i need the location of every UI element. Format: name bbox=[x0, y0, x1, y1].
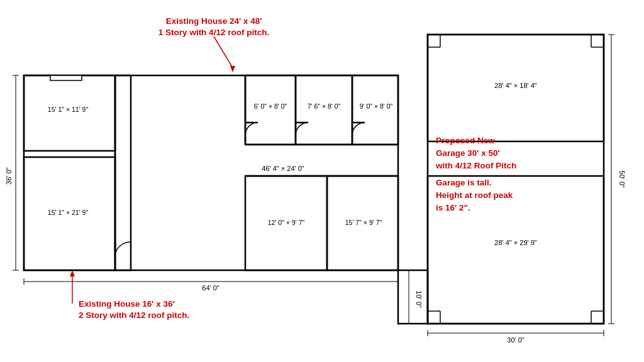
svg-text:15' 7" × 9' 7": 15' 7" × 9' 7" bbox=[345, 219, 382, 226]
svg-text:10' 0": 10' 0" bbox=[415, 290, 423, 308]
svg-rect-1 bbox=[24, 75, 115, 151]
svg-rect-18 bbox=[50, 75, 82, 80]
svg-marker-63 bbox=[230, 66, 235, 72]
svg-text:6' 0" × 8' 0": 6' 0" × 8' 0" bbox=[254, 102, 287, 110]
svg-text:Existing House 24' x 48': Existing House 24' x 48' bbox=[166, 16, 262, 26]
svg-text:with 4/12 Roof Pitch: with 4/12 Roof Pitch bbox=[435, 161, 516, 170]
floor-plan-diagram: .wall { stroke: #000; stroke-width: 2.5;… bbox=[0, 0, 644, 362]
svg-text:is 16' 2".: is 16' 2". bbox=[436, 203, 470, 212]
svg-text:15' 1" × 21' 9": 15' 1" × 21' 9" bbox=[48, 209, 89, 216]
svg-text:Existing House 16' x 36': Existing House 16' x 36' bbox=[79, 299, 175, 309]
svg-rect-9 bbox=[352, 75, 398, 145]
svg-text:Garage is tall.: Garage is tall. bbox=[436, 178, 492, 187]
svg-text:64' 0": 64' 0" bbox=[202, 284, 219, 292]
svg-text:Proposed New: Proposed New bbox=[436, 136, 495, 145]
svg-text:1 Story with 4/12 roof pitch.: 1 Story with 4/12 roof pitch. bbox=[158, 28, 269, 37]
svg-text:46' 4" × 24' 0": 46' 4" × 24' 0" bbox=[262, 165, 304, 172]
svg-text:Garage 30' x 50': Garage 30' x 50' bbox=[436, 148, 500, 158]
svg-text:28' 4" × 18' 4": 28' 4" × 18' 4" bbox=[494, 82, 536, 89]
svg-rect-8 bbox=[296, 75, 352, 145]
svg-text:50' 0": 50' 0" bbox=[618, 170, 626, 188]
svg-text:15' 1" × 11' 9": 15' 1" × 11' 9" bbox=[48, 106, 89, 113]
svg-marker-67 bbox=[70, 270, 75, 277]
svg-text:30' 0": 30' 0" bbox=[507, 336, 525, 344]
svg-text:28' 4" × 29' 9": 28' 4" × 29' 9" bbox=[494, 239, 536, 246]
svg-rect-7 bbox=[245, 75, 296, 145]
svg-line-62 bbox=[214, 36, 233, 68]
svg-text:12' 0" × 9' 7": 12' 0" × 9' 7" bbox=[268, 219, 305, 226]
svg-text:7' 6" × 8' 0": 7' 6" × 8' 0" bbox=[308, 102, 341, 110]
svg-text:Height at roof peak: Height at roof peak bbox=[436, 190, 513, 200]
svg-text:2 Story with 4/12 roof pitch.: 2 Story with 4/12 roof pitch. bbox=[79, 310, 189, 320]
svg-text:36' 0": 36' 0" bbox=[5, 167, 13, 185]
svg-text:9' 0" × 8' 0": 9' 0" × 8' 0" bbox=[360, 102, 393, 110]
